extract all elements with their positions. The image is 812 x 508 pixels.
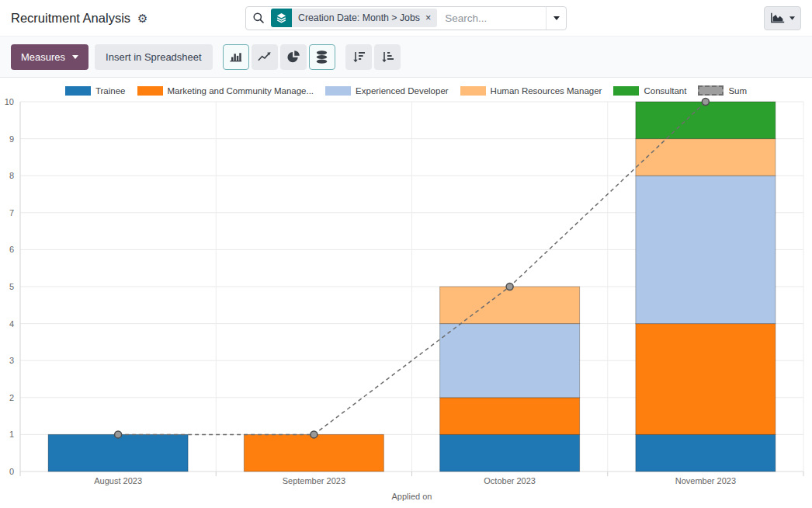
caret-down-icon bbox=[553, 16, 560, 20]
legend-label: Trainee bbox=[95, 86, 126, 96]
legend-item-sum[interactable]: Sum bbox=[698, 85, 747, 96]
y-tick-label: 0 bbox=[9, 467, 14, 476]
sort-asc-button[interactable] bbox=[374, 44, 401, 70]
sum-point[interactable] bbox=[702, 99, 709, 106]
legend-swatch bbox=[65, 86, 91, 96]
legend-item-trainee[interactable]: Trainee bbox=[65, 86, 126, 96]
legend-swatch bbox=[137, 86, 163, 96]
graph-view-icon bbox=[770, 12, 786, 24]
x-tick-label: September 2023 bbox=[283, 476, 345, 485]
y-tick-label: 9 bbox=[9, 134, 14, 144]
caret-down-icon bbox=[789, 16, 795, 20]
legend-swatch bbox=[460, 86, 486, 96]
measures-button[interactable]: Measures bbox=[11, 44, 88, 70]
search-dropdown-toggle[interactable] bbox=[546, 7, 566, 30]
chart-type-group bbox=[223, 44, 335, 70]
legend-label: Sum bbox=[728, 86, 747, 96]
bar-chart-button[interactable] bbox=[223, 44, 249, 70]
legend-item-marketing-and-community-manage[interactable]: Marketing and Community Manage... bbox=[137, 86, 314, 96]
legend-item-experienced-developer[interactable]: Experienced Developer bbox=[325, 86, 449, 96]
y-tick-label: 7 bbox=[9, 208, 14, 217]
facet-label: Creation Date: Month > Jobs bbox=[298, 12, 420, 23]
search-main: Creation Date: Month > Jobs × bbox=[246, 7, 546, 30]
recruitment-chart: 012345678910August 2023September 2023Oct… bbox=[0, 78, 812, 508]
bar-segment[interactable] bbox=[440, 324, 580, 398]
y-tick-label: 10 bbox=[5, 97, 14, 106]
header: Recruitment Analysis ⚙ Creation Date: Mo… bbox=[0, 0, 812, 36]
facet-body: Creation Date: Month > Jobs × bbox=[292, 9, 437, 27]
sum-point[interactable] bbox=[115, 431, 122, 438]
bar-segment[interactable] bbox=[636, 434, 776, 471]
legend-label: Human Resources Manager bbox=[491, 86, 602, 96]
sum-point[interactable] bbox=[506, 284, 513, 291]
line-chart-button[interactable] bbox=[252, 44, 278, 70]
search-icon bbox=[252, 12, 265, 24]
sum-point[interactable] bbox=[311, 431, 318, 438]
header-right bbox=[567, 6, 801, 30]
legend-swatch bbox=[325, 86, 351, 96]
sort-desc-button[interactable] bbox=[345, 44, 372, 70]
bar-segment[interactable] bbox=[636, 139, 776, 176]
pie-chart-button[interactable] bbox=[280, 44, 307, 70]
legend-swatch bbox=[613, 86, 639, 96]
legend-label: Consultant bbox=[644, 86, 686, 96]
chart-area: TraineeMarketing and Community Manage...… bbox=[0, 78, 812, 508]
y-tick-label: 4 bbox=[9, 319, 14, 329]
sort-desc-icon bbox=[352, 50, 366, 63]
insert-in-spreadsheet-button[interactable]: Insert in Spreadsheet bbox=[95, 44, 213, 70]
stacked-toggle-button[interactable] bbox=[309, 44, 335, 70]
x-tick-label: August 2023 bbox=[94, 476, 142, 485]
search-bar: Creation Date: Month > Jobs × bbox=[245, 6, 567, 30]
legend-item-human-resources-manager[interactable]: Human Resources Manager bbox=[460, 86, 602, 96]
bar-segment[interactable] bbox=[244, 434, 383, 471]
header-left: Recruitment Analysis ⚙ bbox=[11, 11, 245, 26]
search-input[interactable] bbox=[443, 12, 540, 25]
legend-label: Experienced Developer bbox=[356, 86, 449, 96]
bar-segment[interactable] bbox=[636, 102, 776, 139]
y-tick-label: 1 bbox=[9, 430, 14, 439]
pie-chart-icon bbox=[286, 50, 300, 64]
y-tick-label: 5 bbox=[9, 282, 14, 291]
search-facet[interactable]: Creation Date: Month > Jobs × bbox=[271, 9, 437, 27]
measures-label: Measures bbox=[21, 51, 65, 63]
bar-segment[interactable] bbox=[636, 176, 776, 323]
x-axis-title: Applied on bbox=[392, 492, 432, 501]
graph-toolbar: Measures Insert in Spreadsheet bbox=[0, 36, 812, 78]
legend-swatch bbox=[698, 85, 724, 96]
x-tick-label: October 2023 bbox=[484, 476, 536, 485]
bar-segment[interactable] bbox=[636, 324, 776, 435]
bar-segment[interactable] bbox=[440, 398, 580, 435]
chart-legend: TraineeMarketing and Community Manage...… bbox=[0, 85, 812, 96]
y-tick-label: 6 bbox=[9, 245, 14, 254]
legend-label: Marketing and Community Manage... bbox=[168, 86, 314, 96]
x-tick-label: November 2023 bbox=[675, 476, 736, 485]
bar-segment[interactable] bbox=[440, 434, 580, 471]
page-title: Recruitment Analysis bbox=[11, 11, 130, 26]
group-by-icon bbox=[271, 9, 292, 27]
bar-chart-icon bbox=[228, 50, 243, 63]
caret-down-icon bbox=[72, 55, 78, 59]
bar-segment[interactable] bbox=[48, 434, 188, 471]
gear-icon[interactable]: ⚙ bbox=[137, 12, 147, 24]
line-chart-icon bbox=[257, 50, 272, 63]
sort-group bbox=[345, 44, 401, 70]
y-tick-label: 8 bbox=[9, 171, 14, 180]
stacked-icon bbox=[315, 50, 328, 64]
y-tick-label: 2 bbox=[9, 393, 14, 402]
view-switcher-graph-button[interactable] bbox=[764, 6, 801, 30]
legend-item-consultant[interactable]: Consultant bbox=[613, 86, 686, 96]
sort-asc-icon bbox=[380, 50, 394, 63]
facet-close-icon[interactable]: × bbox=[425, 13, 431, 23]
bar-segment[interactable] bbox=[440, 287, 580, 324]
y-tick-label: 3 bbox=[9, 356, 14, 365]
